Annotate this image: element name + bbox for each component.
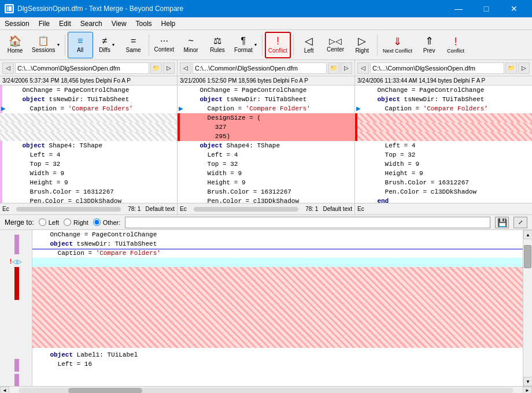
toolbar-separator — [65, 35, 65, 55]
hscroll-track[interactable] — [19, 388, 513, 394]
filebar3-right-btn[interactable]: ▷ — [518, 62, 530, 74]
merge-line — [32, 258, 523, 267]
filebar2-folder-btn[interactable]: 📁 — [328, 62, 339, 74]
filebar-1: ◁ 📁 ▷ — [0, 60, 178, 76]
filebar1-folder-btn[interactable]: 📁 — [150, 62, 162, 74]
panel1-line: OnChange = PageControlChange — [0, 86, 177, 95]
menu-file[interactable]: File — [34, 17, 54, 29]
titlebar: DlgSessionOpen.dfm - Text Merge - Beyond… — [0, 0, 532, 17]
panel1-line: Left = 4 — [0, 150, 177, 160]
filebar1-path[interactable] — [15, 62, 149, 74]
hscroll-thumb[interactable] — [68, 388, 142, 394]
rules-button[interactable]: ⚖ Rules — [205, 32, 230, 58]
diffs-arrow: ▾ — [112, 42, 114, 47]
scroll-handle[interactable] — [524, 245, 531, 268]
radio-right-label[interactable]: Right — [73, 219, 88, 226]
filebar3-left-btn[interactable]: ◁ — [357, 62, 369, 74]
diffs-button[interactable]: ≠ Diffs ▾ — [94, 32, 120, 58]
filebar2-right-btn[interactable]: ▷ — [341, 62, 352, 74]
radio-other-input[interactable] — [93, 218, 101, 226]
filebar-2: ◁ 📁 ▷ — [178, 60, 355, 76]
panel2-content[interactable]: OnChange = PageControlChange object tsNe… — [178, 86, 354, 203]
menu-session[interactable]: Session — [0, 17, 34, 29]
home-icon: 🏠 — [9, 36, 21, 46]
panel1-content[interactable]: OnChange = PageControlChange object tsNe… — [0, 86, 177, 203]
scroll-down-btn[interactable]: ▼ — [523, 377, 532, 386]
close-button[interactable]: ✕ — [501, 0, 527, 17]
format-button[interactable]: ¶ Format ▾ — [231, 32, 260, 58]
menu-help[interactable]: Help — [157, 17, 180, 29]
left-icon: ◁ — [305, 36, 313, 46]
same-button[interactable]: = Same — [121, 32, 146, 58]
titlebar-title: DlgSessionOpen.dfm - Text Merge - Beyond… — [17, 5, 183, 13]
filebar3-path[interactable] — [370, 62, 504, 74]
menu-edit[interactable]: Edit — [54, 17, 76, 29]
right-button[interactable]: ▷ Right — [349, 32, 375, 58]
conflict-icon-gutter: ! — [10, 258, 12, 265]
filebar1-left-btn[interactable]: ◁ — [2, 62, 14, 74]
radio-left-label[interactable]: Left — [49, 219, 59, 226]
maximize-button[interactable]: □ — [473, 0, 500, 17]
other-path-input[interactable] — [125, 217, 490, 228]
panel3-line: Caption = 'Compare Folders' — [355, 104, 532, 113]
filebar2-left-btn[interactable]: ◁ — [180, 62, 191, 74]
panel2-scrollbar[interactable] — [194, 207, 298, 212]
mergeto-bar: Merge to: Left Right Other: 💾 ⤢ — [0, 215, 532, 230]
minimize-button[interactable]: — — [445, 0, 472, 17]
file-path-bars: ◁ 📁 ▷ ◁ 📁 ▷ ◁ 📁 ▷ — [0, 60, 532, 76]
radio-other-label[interactable]: Other: — [103, 219, 121, 226]
center-button[interactable]: ▷◁ Center — [323, 32, 348, 58]
hscroll-left-btn[interactable]: ◄ — [0, 387, 9, 394]
panel2-line: Height = 9 — [178, 178, 354, 187]
toolbar: 🏠 Home 📋 Sessions ▾ ≡ All ≠ Diffs ▾ = Sa… — [0, 30, 532, 60]
panel1-line-hatch — [0, 132, 177, 141]
panel1-scrollbar[interactable] — [16, 207, 121, 212]
merge-line: object tsNewDir: TUiTabSheet — [32, 239, 523, 249]
left-button[interactable]: ◁ Left — [296, 32, 322, 58]
conflict2-button[interactable]: ! Conflict — [443, 32, 468, 58]
center-icon: ▷◁ — [329, 37, 342, 45]
panel1-line: Height = 9 — [0, 178, 177, 187]
merge-gutter: ! ◁ ▷ — [0, 230, 32, 386]
change-indicator: ▶ — [1, 105, 7, 111]
minor-button[interactable]: ~ Minor — [178, 32, 204, 58]
save-merge-button[interactable]: 💾 — [495, 217, 509, 228]
titlebar-info: DlgSessionOpen.dfm - Text Merge - Beyond… — [5, 4, 183, 13]
sessions-button[interactable]: 📋 Sessions ▾ — [29, 32, 62, 58]
panel3-line-hatch — [355, 113, 532, 123]
toolbar-separator-4 — [293, 35, 294, 55]
conflict-button[interactable]: ! Conflict — [265, 32, 291, 58]
panel3-header: 3/24/2006 11:33:44 AM 14,194 bytes Delph… — [355, 76, 532, 86]
radio-left-input[interactable] — [39, 218, 46, 226]
menu-view[interactable]: View — [107, 17, 131, 29]
panel2-line: Width = 9 — [178, 169, 354, 178]
menu-tools[interactable]: Tools — [131, 17, 157, 29]
merge-content-area[interactable]: OnChange = PageControlChange object tsNe… — [32, 230, 523, 386]
horizontal-scrollbar: ◄ ► — [0, 386, 532, 393]
panel2-line-changed: 295) — [178, 132, 354, 141]
all-button[interactable]: ≡ All — [68, 32, 93, 58]
next-conflict-button[interactable]: ⇓ Next Conflict — [380, 32, 415, 58]
scroll-up-btn[interactable]: ▲ — [523, 230, 532, 239]
filebar1-right-btn[interactable]: ▷ — [163, 62, 175, 74]
merge-scrollbar: ▲ ▼ — [523, 230, 532, 386]
prev-button[interactable]: ⇑ Prev — [416, 32, 442, 58]
right-icon: ▷ — [358, 36, 366, 46]
home-button[interactable]: 🏠 Home — [2, 32, 28, 58]
panel3-content[interactable]: OnChange = PageControlChange object tsNe… — [355, 86, 532, 203]
sessions-arrow: ▾ — [57, 42, 60, 47]
menu-search[interactable]: Search — [76, 17, 107, 29]
radio-right-input[interactable] — [64, 218, 71, 226]
panel3-line: Left = 4 — [355, 141, 532, 150]
filebar2-path[interactable] — [193, 62, 327, 74]
cursor-line — [32, 249, 523, 250]
copy-right-icon[interactable]: ▷ — [17, 258, 22, 265]
merge-line: Left = 16 — [32, 359, 523, 369]
context-button[interactable]: ⋯ Context — [152, 32, 177, 58]
hscroll-right-btn[interactable]: ► — [523, 387, 532, 394]
copy-left-icon[interactable]: ◁ — [12, 258, 17, 265]
rules-icon: ⚖ — [213, 36, 221, 46]
expand-merge-button[interactable]: ⤢ — [513, 217, 527, 228]
filebar3-folder-btn[interactable]: 📁 — [505, 62, 517, 74]
scroll-track[interactable] — [523, 239, 532, 377]
